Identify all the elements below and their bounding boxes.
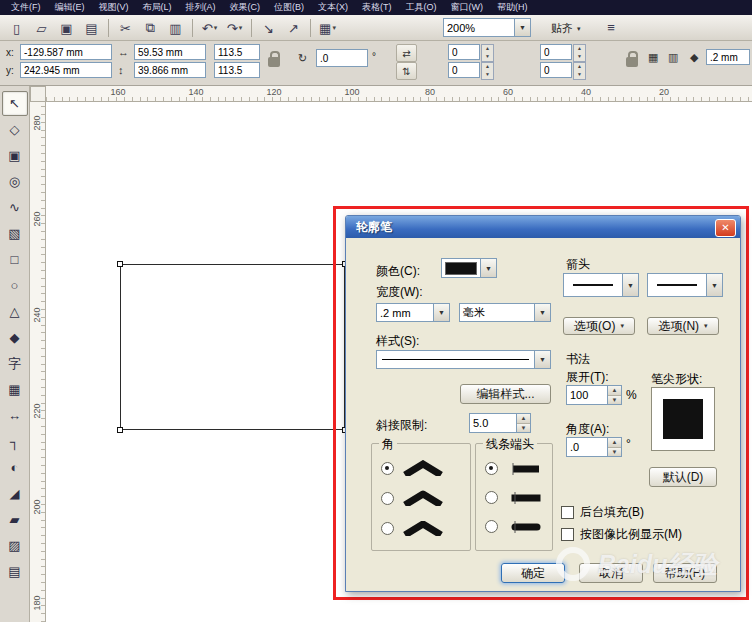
default-button[interactable]: 默认(D): [649, 467, 717, 487]
menu-item[interactable]: 位图(B): [267, 1, 311, 14]
menu-item[interactable]: 编辑(E): [48, 1, 92, 14]
redo-icon[interactable]: ↷▾: [223, 17, 246, 39]
zoom-tool[interactable]: ◎: [2, 169, 28, 194]
cut-icon[interactable]: ✂: [114, 17, 137, 39]
dropdown-arrow-icon[interactable]: ▼: [514, 19, 530, 36]
dropdown-arrow-icon[interactable]: ▼: [433, 304, 449, 321]
stretch-spinner[interactable]: ▲▼: [566, 385, 622, 405]
pick-tool[interactable]: ↖: [2, 91, 28, 116]
corner-lock-icon[interactable]: [626, 57, 638, 67]
arrow-start-combo[interactable]: ▼: [563, 273, 639, 297]
new-document-icon[interactable]: ▯: [5, 17, 28, 39]
menu-item[interactable]: 排列(A): [179, 1, 223, 14]
outline-pen-tool[interactable]: ▰: [2, 507, 28, 532]
corner-radius-input-4[interactable]: [540, 62, 572, 78]
ok-button[interactable]: 确定: [501, 563, 565, 583]
color-combo[interactable]: ▼: [441, 258, 497, 278]
menu-item[interactable]: 工具(O): [399, 1, 444, 14]
angle-spinner[interactable]: ▲▼: [566, 437, 622, 457]
rectangle-tool[interactable]: □: [2, 247, 28, 272]
corner-radius-input-1[interactable]: [448, 44, 480, 60]
save-icon[interactable]: ▣: [55, 17, 78, 39]
dropdown-arrow-icon[interactable]: ▾: [214, 24, 218, 32]
width-unit-combo[interactable]: 毫米 ▼: [459, 303, 551, 322]
zoom-level-combo[interactable]: 200% ▼: [443, 18, 531, 37]
corner-spinner-3[interactable]: ▲▼: [573, 44, 586, 62]
interactive-fill-tool[interactable]: ▤: [2, 559, 28, 584]
menu-item[interactable]: 视图(V): [92, 1, 136, 14]
corner-round-radio[interactable]: [381, 492, 394, 505]
scale-lock-icon[interactable]: [268, 57, 280, 67]
arrow-end-combo[interactable]: ▼: [647, 273, 723, 297]
polygon-tool[interactable]: △: [2, 299, 28, 324]
dropdown-arrow-icon[interactable]: ▼: [480, 259, 496, 277]
wrap-text-icon[interactable]: ▦: [648, 51, 658, 64]
corner-miter-option[interactable]: [381, 460, 445, 476]
connector-tool[interactable]: ┐: [2, 429, 28, 454]
miter-limit-spinner[interactable]: ▲▼: [469, 413, 531, 433]
paste-icon[interactable]: ▥: [164, 17, 187, 39]
dropdown-arrow-icon[interactable]: ▼: [706, 274, 722, 296]
dropdown-arrow-icon[interactable]: ▾: [332, 24, 336, 32]
blend-tool[interactable]: ◐: [2, 455, 28, 480]
corner-spinner-2[interactable]: ▲▼: [481, 62, 494, 80]
menu-item[interactable]: 文件(F): [4, 1, 48, 14]
behind-fill-option[interactable]: 后台填充(B): [561, 504, 644, 521]
basic-shapes-tool[interactable]: ◆: [2, 325, 28, 350]
snap-dropdown[interactable]: 贴齐 ▾: [545, 18, 587, 39]
cap-square-radio[interactable]: [485, 491, 498, 504]
dialog-titlebar[interactable]: 轮廓笔 ✕: [346, 216, 740, 238]
fill-tool[interactable]: ▨: [2, 533, 28, 558]
ellipse-tool[interactable]: ○: [2, 273, 28, 298]
smart-fill-tool[interactable]: ▧: [2, 221, 28, 246]
text-tool[interactable]: 字: [2, 351, 28, 376]
eyedropper-tool[interactable]: ◢: [2, 481, 28, 506]
dimension-tool[interactable]: ↔: [2, 403, 28, 428]
cap-butt-option[interactable]: [485, 462, 545, 475]
menu-item[interactable]: 效果(C): [223, 1, 268, 14]
options-n-button[interactable]: 选项(N)▾: [647, 317, 719, 335]
scale-v-input[interactable]: [214, 62, 260, 78]
scale-h-input[interactable]: [214, 44, 260, 60]
export-icon[interactable]: ↗: [282, 17, 305, 39]
cap-round-radio[interactable]: [485, 520, 498, 533]
node-handle-top-left[interactable]: [117, 261, 123, 267]
line-style-combo[interactable]: ▼: [376, 350, 551, 369]
dropdown-arrow-icon[interactable]: ▾: [239, 24, 243, 32]
corner-bevel-radio[interactable]: [381, 522, 394, 535]
import-icon[interactable]: ↘: [257, 17, 280, 39]
outline-width-input[interactable]: [706, 49, 750, 65]
mirror-horizontal-button[interactable]: ⇄: [396, 44, 417, 62]
close-icon[interactable]: ✕: [715, 219, 736, 237]
corner-miter-radio[interactable]: [381, 462, 394, 475]
freehand-tool[interactable]: ∿: [2, 195, 28, 220]
scale-with-image-option[interactable]: 按图像比例显示(M): [561, 526, 682, 543]
crop-tool[interactable]: ▣: [2, 143, 28, 168]
node-handle-bottom-left[interactable]: [117, 427, 123, 433]
corner-round-option[interactable]: [381, 490, 445, 506]
corner-radius-input-3[interactable]: [540, 44, 572, 60]
spinner-down-icon[interactable]: ▼: [517, 423, 530, 433]
dropdown-arrow-icon[interactable]: ▼: [534, 304, 550, 321]
dropdown-arrow-icon[interactable]: ▼: [622, 274, 638, 296]
object-height-input[interactable]: [134, 62, 206, 78]
stretch-input[interactable]: [566, 385, 608, 405]
menu-item[interactable]: 表格(T): [355, 1, 399, 14]
menu-item[interactable]: 窗口(W): [444, 1, 491, 14]
nib-shape-preview[interactable]: [651, 387, 715, 451]
spinner-down-icon[interactable]: ▼: [608, 395, 621, 405]
menu-item[interactable]: 帮助(H): [490, 1, 535, 14]
corner-bevel-option[interactable]: [381, 520, 445, 536]
table-tool[interactable]: ▦: [2, 377, 28, 402]
rotation-angle-input[interactable]: [316, 49, 368, 67]
cancel-button[interactable]: 取消: [579, 563, 643, 583]
options-icon[interactable]: ≡: [600, 18, 622, 37]
text-wrap-options-icon[interactable]: ▥: [668, 51, 678, 64]
x-position-input[interactable]: [20, 44, 112, 60]
y-position-input[interactable]: [20, 62, 112, 78]
options-o-button[interactable]: 选项(O)▾: [563, 317, 635, 335]
angle-input[interactable]: [566, 437, 608, 457]
behind-fill-checkbox[interactable]: [561, 506, 574, 519]
undo-icon[interactable]: ↶▾: [198, 17, 221, 39]
ruler-vertical[interactable]: 280260240220200180: [30, 102, 46, 622]
